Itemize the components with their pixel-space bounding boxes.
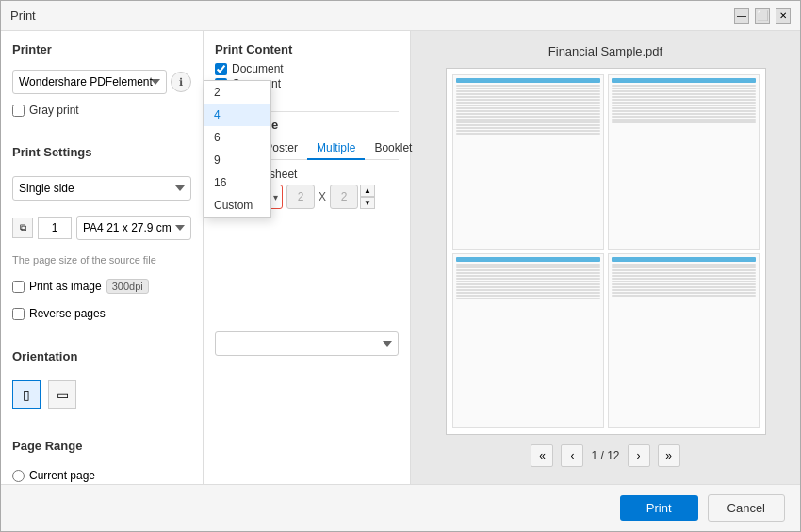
copies-input[interactable]: 1 — [38, 217, 72, 239]
dpi-badge: 300dpi — [106, 279, 149, 294]
pps-down-button[interactable]: ▼ — [360, 197, 375, 209]
tab-booklet[interactable]: Booklet — [365, 137, 421, 160]
print-as-image-row: Print as image 300dpi — [12, 279, 191, 294]
preview-page-1 — [452, 74, 604, 250]
preview-page-4 — [608, 253, 760, 428]
right-panel: Financial Sample.pdf — [411, 31, 800, 484]
portrait-button[interactable]: ▯ — [12, 380, 41, 409]
reverse-pages-row: Reverse pages — [12, 307, 191, 320]
pps-dropdown: 2 4 6 9 16 Custom — [204, 80, 271, 218]
pps-x1: 2 — [286, 185, 315, 209]
single-side-row: Single side — [12, 176, 191, 201]
title-bar: Print — ⬜ ✕ — [1, 1, 800, 31]
reverse-pages-label: Reverse pages — [29, 307, 106, 320]
reverse-pages-checkbox[interactable] — [12, 308, 25, 320]
preview-area — [446, 68, 766, 435]
preview-page-3 — [452, 253, 604, 428]
pagination-row: « ‹ 1 / 12 › » — [531, 444, 679, 467]
paper-size-select[interactable]: PA4 21 x 27.9 cm — [76, 216, 191, 240]
printer-section-label: Printer — [12, 42, 191, 56]
printer-select[interactable]: Wondershare PDFelement — [12, 70, 167, 94]
tab-multiple[interactable]: Multiple — [307, 137, 365, 160]
left-panel: Printer Wondershare PDFelement ℹ Gray pr… — [1, 31, 204, 484]
preview-page-2 — [608, 74, 760, 250]
current-page-row: Current page — [12, 469, 191, 482]
pps-x2: 2 ▲ ▼ — [330, 185, 375, 209]
orientation-label: Orientation — [12, 349, 191, 363]
paper-hint: The page size of the source file — [12, 254, 191, 266]
printer-select-row: Wondershare PDFelement ℹ — [12, 70, 191, 94]
window-controls: — ⬜ ✕ — [734, 8, 791, 24]
dropdown-item-16[interactable]: 16 — [204, 171, 270, 194]
pps-up-button[interactable]: ▲ — [360, 185, 375, 197]
restore-button[interactable]: ⬜ — [755, 8, 770, 24]
current-page-radio[interactable] — [12, 470, 25, 482]
minimize-button[interactable]: — — [734, 8, 749, 24]
cancel-button[interactable]: Cancel — [708, 494, 785, 522]
middle-panel: Print Content Document Comment Form Prin… — [204, 31, 411, 484]
pps-y-value: 2 — [330, 185, 358, 209]
dropdown-item-2[interactable]: 2 — [204, 81, 270, 104]
x-label: X — [319, 190, 326, 203]
copies-icon: ⧉ — [12, 218, 33, 238]
print-dialog: Print — ⬜ ✕ Printer Wondershare PDFeleme… — [0, 0, 801, 532]
dropdown-item-9[interactable]: 9 — [204, 149, 270, 171]
gray-print-label: Gray print — [29, 104, 79, 117]
side-select[interactable]: Single side — [12, 176, 191, 201]
print-as-image-checkbox[interactable] — [12, 281, 25, 293]
page-range-label: Page Range — [12, 439, 191, 453]
landscape-button[interactable]: ▭ — [48, 380, 76, 409]
dialog-body: Printer Wondershare PDFelement ℹ Gray pr… — [1, 31, 800, 484]
first-page-button[interactable]: « — [531, 444, 553, 467]
prev-page-button[interactable]: ‹ — [561, 444, 583, 467]
document-checkbox[interactable] — [215, 63, 227, 75]
print-content-label: Print Content — [215, 42, 399, 56]
dropdown-item-4[interactable]: 4 — [204, 104, 270, 126]
document-row: Document — [215, 62, 399, 75]
preview-title: Financial Sample.pdf — [548, 44, 662, 58]
order-select[interactable] — [215, 331, 399, 356]
close-button[interactable]: ✕ — [776, 8, 791, 24]
printer-info-button[interactable]: ℹ — [171, 72, 191, 92]
orientation-row: ▯ ▭ — [12, 380, 191, 409]
print-settings-label: Print Settings — [12, 145, 191, 159]
dialog-footer: Print Cancel — [1, 484, 800, 531]
print-button[interactable]: Print — [620, 495, 698, 521]
document-label: Document — [232, 62, 284, 75]
dialog-title: Print — [10, 8, 36, 23]
copies-row: ⧉ 1 PA4 21 x 27.9 cm — [12, 216, 191, 240]
last-page-button[interactable]: » — [658, 444, 680, 467]
print-as-image-label: Print as image — [29, 280, 102, 293]
page-info: 1 / 12 — [591, 449, 619, 462]
gray-print-row: Gray print — [12, 104, 191, 117]
dropdown-item-custom[interactable]: Custom — [204, 194, 270, 217]
dropdown-item-6[interactable]: 6 — [204, 126, 270, 149]
pps-stepper: ▲ ▼ — [360, 185, 375, 209]
order-select-row — [215, 331, 399, 356]
current-page-label: Current page — [29, 469, 95, 482]
gray-print-checkbox[interactable] — [12, 105, 25, 117]
next-page-button[interactable]: › — [628, 444, 650, 467]
